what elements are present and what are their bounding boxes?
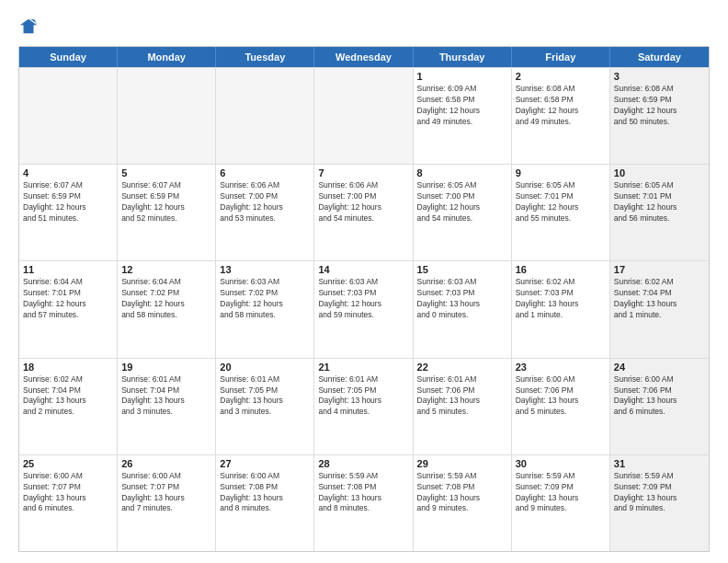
day-number: 16 bbox=[516, 264, 606, 275]
day-cell-23: 23Sunrise: 6:00 AM Sunset: 7:06 PM Dayli… bbox=[512, 359, 610, 454]
day-of-week-wednesday: Wednesday bbox=[314, 47, 413, 67]
day-info: Sunrise: 5:59 AM Sunset: 7:08 PM Dayligh… bbox=[417, 471, 507, 515]
day-number: 6 bbox=[220, 167, 310, 178]
day-number: 1 bbox=[417, 71, 507, 82]
page: SundayMondayTuesdayWednesdayThursdayFrid… bbox=[0, 0, 728, 563]
day-info: Sunrise: 6:02 AM Sunset: 7:03 PM Dayligh… bbox=[516, 277, 606, 321]
day-number: 3 bbox=[614, 71, 705, 82]
day-number: 24 bbox=[614, 362, 705, 373]
day-of-week-monday: Monday bbox=[118, 47, 216, 67]
day-number: 7 bbox=[318, 167, 408, 178]
day-info: Sunrise: 6:02 AM Sunset: 7:04 PM Dayligh… bbox=[23, 374, 113, 419]
day-number: 23 bbox=[516, 362, 606, 373]
header bbox=[18, 17, 710, 37]
day-cell-27: 27Sunrise: 6:00 AM Sunset: 7:08 PM Dayli… bbox=[216, 455, 314, 551]
day-number: 18 bbox=[23, 362, 113, 373]
calendar-body: 1Sunrise: 6:09 AM Sunset: 6:58 PM Daylig… bbox=[19, 67, 709, 551]
day-number: 20 bbox=[220, 362, 310, 373]
day-info: Sunrise: 5:59 AM Sunset: 7:09 PM Dayligh… bbox=[614, 471, 705, 515]
day-number: 13 bbox=[220, 264, 310, 275]
day-cell-9: 9Sunrise: 6:05 AM Sunset: 7:01 PM Daylig… bbox=[512, 165, 610, 260]
day-info: Sunrise: 6:08 AM Sunset: 6:59 PM Dayligh… bbox=[614, 84, 705, 128]
day-number: 8 bbox=[417, 167, 507, 178]
day-info: Sunrise: 6:07 AM Sunset: 6:59 PM Dayligh… bbox=[121, 180, 211, 224]
day-info: Sunrise: 6:06 AM Sunset: 7:00 PM Dayligh… bbox=[220, 180, 310, 224]
day-number: 31 bbox=[614, 458, 705, 469]
empty-cell-0-0 bbox=[19, 68, 118, 164]
day-number: 5 bbox=[121, 167, 211, 178]
day-cell-15: 15Sunrise: 6:03 AM Sunset: 7:03 PM Dayli… bbox=[414, 261, 512, 357]
day-number: 11 bbox=[23, 264, 113, 275]
day-cell-31: 31Sunrise: 5:59 AM Sunset: 7:09 PM Dayli… bbox=[610, 455, 709, 551]
day-number: 21 bbox=[318, 362, 408, 373]
day-cell-5: 5Sunrise: 6:07 AM Sunset: 6:59 PM Daylig… bbox=[118, 165, 216, 260]
day-cell-22: 22Sunrise: 6:01 AM Sunset: 7:06 PM Dayli… bbox=[414, 359, 512, 454]
logo bbox=[18, 17, 42, 37]
day-number: 10 bbox=[614, 167, 705, 178]
day-cell-30: 30Sunrise: 5:59 AM Sunset: 7:09 PM Dayli… bbox=[512, 455, 610, 551]
calendar: SundayMondayTuesdayWednesdayThursdayFrid… bbox=[18, 46, 710, 552]
day-info: Sunrise: 6:09 AM Sunset: 6:58 PM Dayligh… bbox=[417, 84, 507, 128]
day-info: Sunrise: 6:04 AM Sunset: 7:02 PM Dayligh… bbox=[121, 277, 211, 321]
day-number: 22 bbox=[417, 362, 507, 373]
day-of-week-friday: Friday bbox=[512, 47, 610, 67]
day-info: Sunrise: 6:03 AM Sunset: 7:02 PM Dayligh… bbox=[220, 277, 310, 321]
day-cell-24: 24Sunrise: 6:00 AM Sunset: 7:06 PM Dayli… bbox=[610, 359, 709, 454]
day-cell-20: 20Sunrise: 6:01 AM Sunset: 7:05 PM Dayli… bbox=[216, 359, 314, 454]
day-number: 12 bbox=[121, 264, 211, 275]
day-info: Sunrise: 6:03 AM Sunset: 7:03 PM Dayligh… bbox=[318, 277, 408, 321]
day-of-week-thursday: Thursday bbox=[414, 47, 512, 67]
calendar-row-3: 18Sunrise: 6:02 AM Sunset: 7:04 PM Dayli… bbox=[19, 358, 709, 454]
calendar-row-2: 11Sunrise: 6:04 AM Sunset: 7:01 PM Dayli… bbox=[19, 260, 709, 357]
day-number: 29 bbox=[417, 458, 507, 469]
day-info: Sunrise: 6:06 AM Sunset: 7:00 PM Dayligh… bbox=[318, 180, 408, 224]
day-number: 4 bbox=[23, 167, 113, 178]
day-cell-1: 1Sunrise: 6:09 AM Sunset: 6:58 PM Daylig… bbox=[414, 68, 512, 164]
day-number: 25 bbox=[23, 458, 113, 469]
day-number: 19 bbox=[121, 362, 211, 373]
day-info: Sunrise: 5:59 AM Sunset: 7:09 PM Dayligh… bbox=[516, 471, 606, 515]
day-number: 2 bbox=[516, 71, 606, 82]
day-info: Sunrise: 6:01 AM Sunset: 7:04 PM Dayligh… bbox=[121, 374, 211, 419]
day-info: Sunrise: 6:03 AM Sunset: 7:03 PM Dayligh… bbox=[417, 277, 507, 321]
day-cell-25: 25Sunrise: 6:00 AM Sunset: 7:07 PM Dayli… bbox=[19, 455, 118, 551]
day-cell-17: 17Sunrise: 6:02 AM Sunset: 7:04 PM Dayli… bbox=[610, 261, 709, 357]
day-number: 27 bbox=[220, 458, 310, 469]
day-number: 9 bbox=[516, 167, 606, 178]
day-cell-8: 8Sunrise: 6:05 AM Sunset: 7:00 PM Daylig… bbox=[414, 165, 512, 260]
day-of-week-sunday: Sunday bbox=[19, 47, 118, 67]
day-info: Sunrise: 6:07 AM Sunset: 6:59 PM Dayligh… bbox=[23, 180, 113, 224]
day-cell-10: 10Sunrise: 6:05 AM Sunset: 7:01 PM Dayli… bbox=[610, 165, 709, 260]
day-cell-14: 14Sunrise: 6:03 AM Sunset: 7:03 PM Dayli… bbox=[314, 261, 413, 357]
day-number: 14 bbox=[318, 264, 408, 275]
day-info: Sunrise: 6:00 AM Sunset: 7:06 PM Dayligh… bbox=[614, 374, 705, 419]
day-number: 15 bbox=[417, 264, 507, 275]
day-info: Sunrise: 6:00 AM Sunset: 7:06 PM Dayligh… bbox=[516, 374, 606, 419]
day-cell-26: 26Sunrise: 6:00 AM Sunset: 7:07 PM Dayli… bbox=[118, 455, 216, 551]
day-cell-6: 6Sunrise: 6:06 AM Sunset: 7:00 PM Daylig… bbox=[216, 165, 314, 260]
empty-cell-0-3 bbox=[314, 68, 413, 164]
day-cell-7: 7Sunrise: 6:06 AM Sunset: 7:00 PM Daylig… bbox=[314, 165, 413, 260]
day-info: Sunrise: 6:08 AM Sunset: 6:58 PM Dayligh… bbox=[516, 84, 606, 128]
empty-cell-0-1 bbox=[118, 68, 216, 164]
day-cell-16: 16Sunrise: 6:02 AM Sunset: 7:03 PM Dayli… bbox=[512, 261, 610, 357]
day-info: Sunrise: 6:01 AM Sunset: 7:05 PM Dayligh… bbox=[220, 374, 310, 419]
day-info: Sunrise: 6:01 AM Sunset: 7:05 PM Dayligh… bbox=[318, 374, 408, 419]
calendar-row-0: 1Sunrise: 6:09 AM Sunset: 6:58 PM Daylig… bbox=[19, 67, 709, 164]
day-cell-13: 13Sunrise: 6:03 AM Sunset: 7:02 PM Dayli… bbox=[216, 261, 314, 357]
day-cell-29: 29Sunrise: 5:59 AM Sunset: 7:08 PM Dayli… bbox=[414, 455, 512, 551]
day-info: Sunrise: 6:05 AM Sunset: 7:00 PM Dayligh… bbox=[417, 180, 507, 224]
day-of-week-saturday: Saturday bbox=[610, 47, 709, 67]
day-of-week-tuesday: Tuesday bbox=[216, 47, 314, 67]
day-info: Sunrise: 6:04 AM Sunset: 7:01 PM Dayligh… bbox=[23, 277, 113, 321]
calendar-row-1: 4Sunrise: 6:07 AM Sunset: 6:59 PM Daylig… bbox=[19, 164, 709, 260]
day-number: 17 bbox=[614, 264, 705, 275]
empty-cell-0-2 bbox=[216, 68, 314, 164]
day-info: Sunrise: 6:00 AM Sunset: 7:08 PM Dayligh… bbox=[220, 471, 310, 515]
calendar-header: SundayMondayTuesdayWednesdayThursdayFrid… bbox=[19, 47, 709, 67]
day-cell-18: 18Sunrise: 6:02 AM Sunset: 7:04 PM Dayli… bbox=[19, 359, 118, 454]
day-info: Sunrise: 6:00 AM Sunset: 7:07 PM Dayligh… bbox=[23, 471, 113, 515]
day-cell-2: 2Sunrise: 6:08 AM Sunset: 6:58 PM Daylig… bbox=[512, 68, 610, 164]
day-info: Sunrise: 6:01 AM Sunset: 7:06 PM Dayligh… bbox=[417, 374, 507, 419]
day-cell-28: 28Sunrise: 5:59 AM Sunset: 7:08 PM Dayli… bbox=[314, 455, 413, 551]
